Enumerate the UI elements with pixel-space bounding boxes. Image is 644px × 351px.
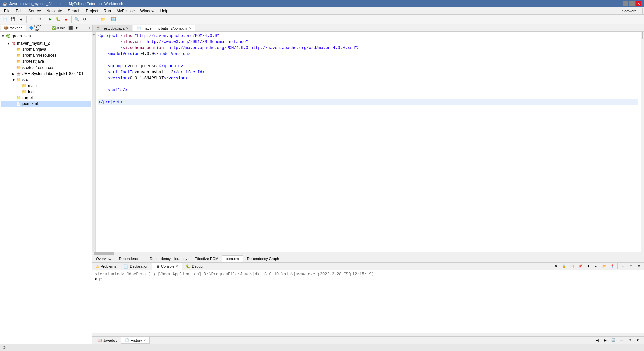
editor-tab-pomxml[interactable]: 📄 maven_mybatis_2/pom.xml ✕ <box>133 25 195 31</box>
toolbar-debug[interactable]: 🐛 <box>54 16 62 23</box>
toolbar-stop[interactable]: ■ <box>62 16 70 23</box>
toolbar-open-res[interactable]: 📁 <box>99 16 107 23</box>
bottom-tab-problems[interactable]: ⚠ Problems <box>92 263 120 270</box>
close-button[interactable]: ✕ <box>636 1 641 6</box>
history-back-btn[interactable]: ◀ <box>594 337 601 344</box>
editor-tab-testjdbc[interactable]: ☕ TestJdbc.java ✕ <box>92 25 132 31</box>
srcfolder-icon-3: 📂 <box>16 59 21 64</box>
history-icon: 🕐 <box>125 338 129 342</box>
menu-edit[interactable]: Edit <box>13 8 26 14</box>
tree-item-srcmainjava[interactable]: 📂 src/main/java <box>1 46 91 52</box>
menu-myeclipse[interactable]: MyEclipse <box>114 8 138 14</box>
tab-package[interactable]: 📦 Package <box>1 25 26 31</box>
tree-item-greensea[interactable]: ▼ 🌿 green_sea <box>0 33 92 39</box>
pom-tab-depgraph[interactable]: Dependency Graph <box>243 255 283 262</box>
pom-tab-dephierarchy[interactable]: Dependency Hierarchy <box>146 255 191 262</box>
minimize-panel-icon[interactable]: ─ <box>80 25 85 31</box>
console-paste-btn[interactable]: 📌 <box>577 262 584 270</box>
console-copy-btn[interactable]: 📋 <box>568 262 576 270</box>
tree-item-jre[interactable]: ▶ ☕ JRE System Library [jdk1.8.0_101] <box>1 71 91 77</box>
menu-run[interactable]: Run <box>101 8 114 14</box>
tab-typehie[interactable]: 🔷 Type Hie <box>26 25 49 31</box>
project-box: ▼ 🏗 maven_mybatis_2 📂 src/main/java 📂 sr… <box>1 40 91 107</box>
tree-item-target[interactable]: 📁 target <box>1 95 91 101</box>
fold-marker[interactable]: ▾ <box>92 32 95 37</box>
bottom-tab-declaration[interactable]: 📄 Declaration <box>120 263 152 270</box>
console-maximize-btn[interactable]: □ <box>627 262 635 270</box>
tree-item-main[interactable]: 📁 main <box>1 83 91 89</box>
bottom-tab-debug[interactable]: 🐛 Debug <box>182 263 206 270</box>
pom-tab-effectivepom[interactable]: Effective POM <box>191 255 222 262</box>
menu-search[interactable]: Search <box>65 8 83 14</box>
tree-item-pomxml[interactable]: 📄 pom.xml <box>1 101 91 107</box>
close-tab-pomxml[interactable]: ✕ <box>189 27 192 30</box>
toolbar-run[interactable]: ▶ <box>46 16 54 23</box>
history-tab-javadoc[interactable]: 📖 Javadoc <box>94 337 121 344</box>
scrollbar-thumb-v[interactable] <box>642 32 643 39</box>
console-minimize-btn[interactable]: ─ <box>619 262 627 270</box>
console-scrollbar-h[interactable] <box>92 333 644 336</box>
console-pin-btn[interactable]: 📍 <box>609 262 616 270</box>
console-open-file-btn[interactable]: 📂 <box>601 262 608 270</box>
menu-window[interactable]: Window <box>138 8 157 14</box>
tree-item-src[interactable]: ▼ 📁 src <box>1 77 91 83</box>
minimize-button[interactable]: ─ <box>623 1 628 6</box>
view-menu-icon[interactable]: ▼ <box>74 25 79 31</box>
tree-item-srcmainres[interactable]: 📂 src/main/resources <box>1 52 91 58</box>
menu-help[interactable]: Help <box>157 8 171 14</box>
toolbar-refactor[interactable]: ⚙ <box>81 16 88 23</box>
toolbar-perspective[interactable]: 🪟 <box>110 16 117 23</box>
pom-tab-dependencies[interactable]: Dependencies <box>115 255 146 262</box>
menu-source[interactable]: Source <box>26 8 44 14</box>
toolbar-new[interactable]: 📄 <box>1 16 9 23</box>
editor-scrollbar-h[interactable] <box>92 252 644 255</box>
toolbar-search[interactable]: 🔍 <box>73 16 80 23</box>
history-tab-history[interactable]: 🕐 History ✕ <box>121 337 150 344</box>
tab-junit[interactable]: ✅ JUnit <box>49 25 68 31</box>
editor-gutter: ▾ <box>92 32 96 252</box>
menu-file[interactable]: File <box>1 8 13 14</box>
tree-item-test[interactable]: 📁 test <box>1 89 91 95</box>
console-view-menu-btn[interactable]: ▼ <box>635 262 643 270</box>
menu-project[interactable]: Project <box>83 8 101 14</box>
toolbar-undo[interactable]: ↩ <box>28 16 35 23</box>
software-button[interactable]: Software... <box>619 8 643 14</box>
toolbar-print[interactable]: 🖨 <box>17 16 25 23</box>
history-minimize-btn[interactable]: ─ <box>618 337 625 344</box>
close-history-tab[interactable]: ✕ <box>143 339 146 342</box>
collapse-all-icon[interactable]: ⬛ <box>68 25 73 31</box>
console-scroll-btn[interactable]: ⬇ <box>585 262 592 270</box>
maximize-panel-icon[interactable]: □ <box>86 25 91 31</box>
menu-navigate[interactable]: Navigate <box>44 8 65 14</box>
status-icon: ⊙ <box>3 345 6 349</box>
tree-item-srctestres[interactable]: 📂 src/test/resources <box>1 64 91 71</box>
tree-item-srctestjava[interactable]: 📂 src/test/java <box>1 58 91 64</box>
history-refresh-btn[interactable]: 🔄 <box>610 337 617 344</box>
toolbar-save[interactable]: 💾 <box>9 16 17 23</box>
history-maximize-btn[interactable]: □ <box>626 337 633 344</box>
tree-label-srcmainjava: src/main/java <box>22 47 46 52</box>
close-tab-testjdbc[interactable]: ✕ <box>126 27 129 30</box>
close-console-tab[interactable]: ✕ <box>176 265 178 268</box>
editor-content[interactable]: <project xmlns="http://maven.apache.org/… <box>96 32 641 252</box>
history-menu-btn[interactable]: ▼ <box>634 337 641 344</box>
editor-scrollbar-v[interactable] <box>641 32 644 252</box>
folder-icon-target: 📁 <box>16 95 21 100</box>
bottom-tab-console[interactable]: 🖥 Console ✕ <box>152 263 182 270</box>
console-lock-btn[interactable]: 🔒 <box>560 262 568 270</box>
toolbar-open-type[interactable]: T <box>91 16 99 23</box>
expand-arrow-src: ▼ <box>12 78 16 82</box>
panel-tabs: 📦 Package 🔷 Type Hie ✅ JUnit ⬛ ▼ ─ □ <box>0 24 92 32</box>
history-fwd-btn[interactable]: ▶ <box>602 337 609 344</box>
app-icon: ☕ <box>3 2 7 6</box>
maximize-button[interactable]: □ <box>629 1 635 6</box>
pom-tab-overview[interactable]: Overview <box>92 255 115 262</box>
pom-tab-pomxml[interactable]: pom.xml <box>222 255 243 262</box>
console-word-wrap-btn[interactable]: ↵ <box>593 262 600 270</box>
console-clear-btn[interactable]: ✕ <box>552 262 560 270</box>
bottom-tabs-left: ⚠ Problems 📄 Declaration 🖥 Console ✕ 🐛 <box>92 263 206 270</box>
toolbar-redo[interactable]: ↪ <box>36 16 43 23</box>
scrollbar-thumb-h[interactable] <box>94 252 114 255</box>
tree-item-maven[interactable]: ▼ 🏗 maven_mybatis_2 <box>1 40 91 46</box>
problems-icon: ⚠ <box>96 264 99 269</box>
